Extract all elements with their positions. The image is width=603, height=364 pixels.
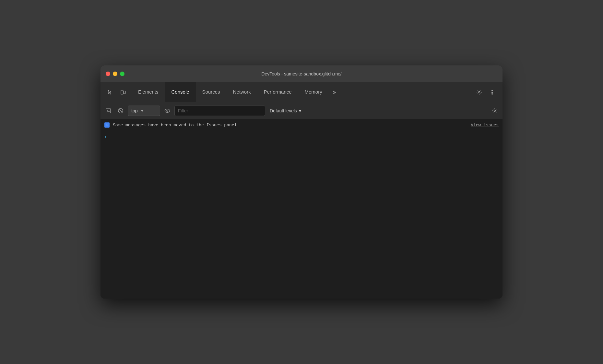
- svg-point-4: [492, 92, 493, 93]
- console-toolbar: top ▼ Default levels ▾: [100, 102, 503, 119]
- levels-dropdown-arrow: ▾: [299, 108, 301, 113]
- devtools-window: DevTools - samesite-sandbox.glitch.me/ E…: [100, 65, 503, 299]
- console-prompt-line[interactable]: ›: [100, 131, 503, 143]
- more-options-icon[interactable]: [487, 87, 497, 97]
- svg-point-5: [492, 93, 493, 94]
- inspect-element-icon[interactable]: [104, 86, 116, 98]
- tab-elements[interactable]: Elements: [132, 82, 165, 102]
- console-message-text: Some messages have been moved to the Iss…: [113, 123, 467, 128]
- clear-console-icon[interactable]: [115, 106, 126, 116]
- svg-line-9: [119, 109, 122, 112]
- tab-performance[interactable]: Performance: [257, 82, 298, 102]
- svg-point-2: [479, 91, 480, 93]
- context-dropdown-arrow: ▼: [140, 108, 144, 113]
- svg-point-11: [167, 110, 168, 111]
- log-levels-button[interactable]: Default levels ▾: [267, 107, 304, 115]
- console-info-message: i Some messages have been moved to the I…: [100, 119, 503, 131]
- cursor-svg: [107, 89, 113, 95]
- device-toolbar-icon[interactable]: [117, 86, 129, 98]
- svg-point-3: [492, 90, 493, 91]
- window-title: DevTools - samesite-sandbox.glitch.me/: [261, 71, 341, 76]
- svg-rect-6: [106, 108, 111, 113]
- levels-label: Default levels: [270, 108, 297, 113]
- settings-icon[interactable]: [474, 87, 484, 97]
- live-expressions-icon[interactable]: [162, 106, 172, 116]
- info-icon: i: [104, 122, 110, 128]
- tabs-right-actions: [465, 87, 501, 97]
- tab-network[interactable]: Network: [227, 82, 257, 102]
- minimize-button[interactable]: [113, 72, 117, 76]
- console-settings-icon[interactable]: [490, 106, 500, 116]
- tab-list: Elements Console Sources Network Perform…: [132, 82, 465, 102]
- context-value: top: [131, 108, 137, 113]
- tab-icon-group: [102, 86, 132, 98]
- svg-point-12: [494, 110, 496, 111]
- svg-rect-1: [124, 91, 125, 94]
- tab-sources[interactable]: Sources: [196, 82, 227, 102]
- console-output: i Some messages have been moved to the I…: [100, 119, 503, 299]
- view-issues-link[interactable]: View issues: [471, 123, 499, 128]
- filter-input[interactable]: [174, 106, 265, 116]
- context-selector[interactable]: top ▼: [128, 106, 160, 116]
- title-bar: DevTools - samesite-sandbox.glitch.me/: [100, 65, 503, 82]
- svg-point-10: [165, 109, 170, 112]
- traffic-lights: [106, 72, 124, 76]
- device-svg: [120, 89, 126, 95]
- svg-rect-0: [121, 90, 123, 94]
- tabs-bar: Elements Console Sources Network Perform…: [100, 82, 503, 102]
- prompt-arrow-icon: ›: [104, 134, 107, 140]
- tab-console[interactable]: Console: [165, 82, 196, 102]
- execute-script-icon[interactable]: [103, 106, 113, 116]
- maximize-button[interactable]: [120, 72, 124, 76]
- close-button[interactable]: [106, 72, 110, 76]
- divider: [470, 88, 470, 97]
- more-tabs-icon[interactable]: »: [329, 86, 340, 98]
- tab-memory[interactable]: Memory: [298, 82, 329, 102]
